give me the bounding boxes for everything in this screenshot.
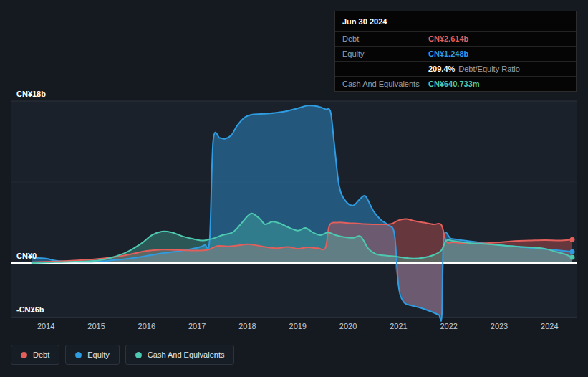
tooltip-debt-label: Debt	[342, 34, 428, 43]
x-axis-label: 2024	[541, 322, 558, 330]
x-axis-label: 2022	[440, 322, 457, 330]
tooltip-debt-value: CN¥2.614b	[428, 34, 468, 43]
x-axis-label: 2017	[188, 322, 206, 330]
tooltip-equity-label: Equity	[342, 49, 428, 58]
legend-item-cash[interactable]: Cash And Equivalents	[125, 345, 235, 365]
x-axis-label: 2015	[87, 322, 105, 330]
cash-end-dot	[569, 254, 574, 259]
chart-page: CN¥18bCN¥0-CN¥6b201420152016201720182019…	[0, 0, 588, 377]
tooltip-row-ratio: 209.4%Debt/Equity Ratio	[335, 61, 576, 76]
y-axis-label: CN¥18b	[16, 90, 46, 98]
legend-item-equity[interactable]: Equity	[65, 345, 120, 365]
legend-item-debt[interactable]: Debt	[11, 345, 59, 365]
chart-legend: Debt Equity Cash And Equivalents	[11, 345, 234, 365]
cash-dot-icon	[135, 352, 142, 358]
tooltip-row-cash: Cash And Equivalents CN¥640.733m	[335, 76, 576, 91]
tooltip-row-equity: Equity CN¥1.248b	[335, 46, 576, 61]
x-axis-label: 2021	[390, 322, 407, 330]
x-axis-label: 2016	[138, 322, 155, 330]
x-axis-label: 2020	[339, 322, 357, 330]
tooltip-cash-label: Cash And Equivalents	[342, 80, 428, 88]
equity-dot-icon	[75, 352, 82, 358]
debt-end-dot	[569, 237, 574, 242]
x-axis-label: 2014	[37, 322, 54, 330]
x-axis-label: 2019	[289, 322, 307, 330]
debt-dot-icon	[21, 352, 27, 358]
tooltip-equity-value: CN¥1.248b	[428, 49, 468, 58]
y-axis-label: -CN¥6b	[16, 305, 44, 314]
tooltip-date: Jun 30 2024	[335, 11, 576, 31]
tooltip-cash-value: CN¥640.733m	[428, 80, 480, 88]
tooltip-ratio-value: 209.4%	[428, 65, 455, 73]
legend-debt-label: Debt	[33, 350, 49, 359]
legend-equity-label: Equity	[87, 350, 110, 359]
tooltip-ratio-label: Debt/Equity Ratio	[458, 65, 520, 73]
tooltip-row-debt: Debt CN¥2.614b	[335, 31, 576, 46]
y-axis-label: CN¥0	[16, 252, 37, 260]
x-axis-label: 2023	[491, 322, 508, 330]
x-axis-label: 2018	[238, 322, 256, 330]
legend-cash-label: Cash And Equivalents	[148, 350, 225, 359]
chart-tooltip: Jun 30 2024 Debt CN¥2.614b Equity CN¥1.2…	[334, 11, 577, 92]
tooltip-ratio: 209.4%Debt/Equity Ratio	[428, 65, 520, 73]
equity-end-dot	[569, 249, 574, 254]
